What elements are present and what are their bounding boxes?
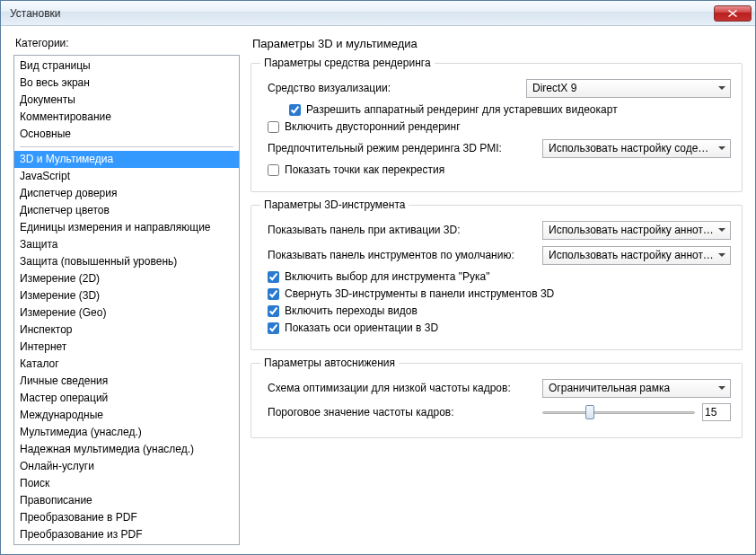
category-item[interactable]: Международные <box>14 407 239 424</box>
category-item[interactable]: Во весь экран <box>14 75 239 92</box>
hw-render-checkbox[interactable] <box>289 104 301 116</box>
default-toolbar-select[interactable]: Использовать настройку аннотаций <box>542 246 731 265</box>
categories-label: Категории: <box>13 37 240 49</box>
category-item[interactable]: Единицы измерения и направляющие <box>14 219 239 236</box>
panel-activate-label: Показывать панель при активации 3D: <box>268 224 470 236</box>
settings-panel: Параметры 3D и мультимедиа Параметры сре… <box>251 37 746 545</box>
category-separator <box>20 146 233 147</box>
hand-select-checkbox[interactable] <box>268 271 279 283</box>
crosshair-checkbox[interactable] <box>268 164 279 176</box>
pmi-select[interactable]: Использовать настройку содержимого <box>542 139 731 158</box>
category-item[interactable]: 3D и Мультимедиа <box>14 151 239 168</box>
category-item[interactable]: Онлайн-услуги <box>14 458 239 475</box>
visualizer-select[interactable]: DirectX 9 <box>526 79 731 98</box>
category-item[interactable]: Измерение (3D) <box>14 287 239 304</box>
collapse-tools-label[interactable]: Свернуть 3D-инструменты в панели инструм… <box>285 287 554 300</box>
category-item[interactable]: Преобразование из PDF <box>14 526 239 543</box>
category-item[interactable]: Личные сведения <box>14 373 239 390</box>
scheme-select[interactable]: Ограничительная рамка <box>542 379 731 398</box>
view-transitions-label[interactable]: Включить переходы видов <box>285 304 418 317</box>
close-icon <box>728 10 737 17</box>
group-render: Параметры средства рендеринга Средство в… <box>251 63 743 192</box>
category-item[interactable]: Защита <box>14 236 239 253</box>
window-title: Установки <box>10 7 714 20</box>
category-item[interactable]: Интернет <box>14 339 239 356</box>
category-item[interactable]: Диспетчер цветов <box>14 202 239 219</box>
category-item[interactable]: Инспектор <box>14 322 239 339</box>
two-side-label[interactable]: Включить двусторонний рендеринг <box>285 120 461 133</box>
category-item[interactable]: Основные <box>14 126 239 143</box>
group-tool: Параметры 3D-инструмента Показывать пане… <box>251 205 743 350</box>
category-item[interactable]: Поиск <box>14 475 239 492</box>
visualizer-label: Средство визуализации: <box>268 82 400 94</box>
category-item[interactable]: Измерение (2D) <box>14 270 239 287</box>
hand-select-label[interactable]: Включить выбор для инструмента "Рука" <box>285 270 489 283</box>
categories-listbox[interactable]: Вид страницыВо весь экранДокументыКоммен… <box>13 55 240 545</box>
group-auto: Параметры автоснижения Схема оптимизации… <box>251 363 743 438</box>
category-item[interactable]: Измерение (Geo) <box>14 304 239 322</box>
panel-activate-select[interactable]: Использовать настройку аннотаций <box>542 221 731 240</box>
category-item[interactable]: Преобразование в PDF <box>14 509 239 526</box>
dialog-body: Категории: Вид страницыВо весь экранДоку… <box>1 26 755 554</box>
category-item[interactable]: Правописание <box>14 492 239 509</box>
threshold-input[interactable] <box>702 403 731 421</box>
threshold-slider[interactable] <box>542 403 695 421</box>
category-item[interactable]: Защита (повышенный уровень) <box>14 253 239 270</box>
group-auto-legend: Параметры автоснижения <box>260 357 399 369</box>
crosshair-label[interactable]: Показать точки как перекрестия <box>285 163 444 176</box>
category-item[interactable]: Вид страницы <box>14 57 239 75</box>
category-item[interactable]: Диспетчер доверия <box>14 185 239 202</box>
category-item[interactable]: JavaScript <box>14 168 239 185</box>
slider-thumb[interactable] <box>585 405 594 419</box>
orientation-axes-label[interactable]: Показать оси ориентации в 3D <box>285 322 438 334</box>
titlebar: Установки <box>1 1 755 26</box>
page-title: Параметры 3D и мультимедиа <box>251 37 743 50</box>
group-tool-legend: Параметры 3D-инструмента <box>260 198 409 211</box>
group-render-legend: Параметры средства рендеринга <box>260 57 435 69</box>
close-button[interactable] <box>714 5 752 22</box>
category-item[interactable]: Каталог <box>14 356 239 373</box>
default-toolbar-label: Показывать панель инструментов по умолча… <box>268 249 523 261</box>
category-item[interactable]: Документы <box>14 92 239 109</box>
preferences-window: Установки Категории: Вид страницыВо весь… <box>0 0 756 555</box>
collapse-tools-checkbox[interactable] <box>268 288 279 300</box>
hw-render-label[interactable]: Разрешить аппаратный рендеринг для устар… <box>306 103 618 116</box>
category-item[interactable]: Мастер операций <box>14 390 239 407</box>
two-side-checkbox[interactable] <box>268 121 279 133</box>
category-item[interactable]: Комментирование <box>14 109 239 126</box>
pmi-label: Предпочтительный режим рендеринга 3D PMI… <box>268 142 511 154</box>
threshold-label: Пороговое значение частоты кадров: <box>268 406 463 418</box>
view-transitions-checkbox[interactable] <box>268 305 279 317</box>
orientation-axes-checkbox[interactable] <box>268 322 279 334</box>
category-item[interactable]: Надежная мультимедиа (унаслед.) <box>14 441 239 458</box>
category-item[interactable]: Мультимедиа (унаслед.) <box>14 424 239 441</box>
categories-column: Категории: Вид страницыВо весь экранДоку… <box>13 37 240 545</box>
scheme-label: Схема оптимизации для низкой частоты кад… <box>268 382 520 394</box>
